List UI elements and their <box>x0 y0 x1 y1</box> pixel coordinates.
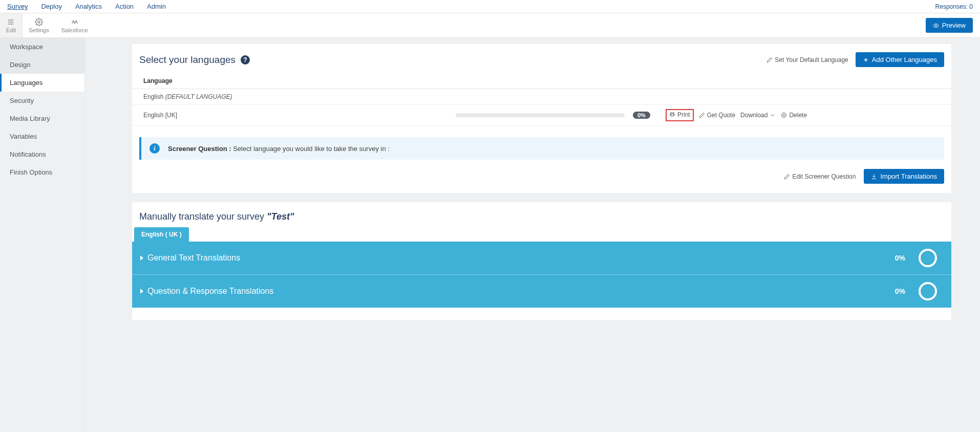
svg-rect-7 <box>671 114 674 116</box>
toolbar-left: Edit Settings Salesforce <box>0 13 94 37</box>
print-icon <box>669 112 675 118</box>
translate-title-prefix: Manually translate your survey <box>139 211 267 222</box>
plus-icon <box>863 57 869 63</box>
top-nav: Survey Deploy Analytics Action Admin Res… <box>0 0 980 13</box>
add-other-languages-button[interactable]: Add Other Languages <box>856 52 944 67</box>
language-default-text: English <box>143 93 163 100</box>
languages-header: Select your languages ? Set Your Default… <box>132 44 951 73</box>
sidebar-item-design[interactable]: Design <box>0 56 84 74</box>
languages-card: Select your languages ? Set Your Default… <box>132 44 951 193</box>
languages-card-footer: Edit Screener Question Import Translatio… <box>132 160 951 193</box>
caret-right-icon <box>140 289 143 294</box>
language-tabstrip: English ( UK ) <box>132 227 951 242</box>
translate-survey-name: "Test" <box>267 211 294 222</box>
svg-point-4 <box>935 25 936 26</box>
add-other-languages-label: Add Other Languages <box>872 56 937 63</box>
chevron-down-icon <box>770 112 776 118</box>
svg-point-3 <box>38 21 40 23</box>
pencil-icon <box>766 57 773 63</box>
set-default-language-label: Set Your Default Language <box>775 56 848 63</box>
accordion-general-title: General Text Translations <box>147 253 240 263</box>
language-default-name: English (DEFAULT LANGUAGE) <box>143 93 456 100</box>
accordion-general-text[interactable]: General Text Translations 0% <box>132 242 951 275</box>
screener-label: Screener Question : <box>168 145 231 153</box>
caret-right-icon <box>140 255 143 261</box>
languages-title-text: Select your languages <box>139 54 236 66</box>
language-default-row: English (DEFAULT LANGUAGE) <box>132 89 951 105</box>
preview-button[interactable]: Preview <box>926 18 973 33</box>
translate-title: Manually translate your survey "Test" <box>132 202 951 227</box>
print-highlight-box: Print <box>666 109 694 121</box>
layout: Workspace Design Languages Security Medi… <box>0 38 980 432</box>
import-translations-label: Import Translations <box>880 172 937 180</box>
sidebar-item-workspace[interactable]: Workspace <box>0 38 84 56</box>
delete-label: Delete <box>789 112 807 119</box>
toolbar: Edit Settings Salesforce Preview <box>0 13 980 38</box>
accordion-general-right: 0% <box>895 249 937 267</box>
toolbar-salesforce-label: Salesforce <box>61 27 88 33</box>
language-column-header: Language <box>132 73 951 89</box>
toolbar-salesforce[interactable]: Salesforce <box>55 13 94 37</box>
screener-info-banner: i Screener Question : Select language yo… <box>139 137 944 160</box>
help-icon[interactable]: ? <box>241 55 250 64</box>
nav-deploy[interactable]: Deploy <box>41 2 61 11</box>
pencil-icon <box>784 174 790 180</box>
language-default-badge: (DEFAULT LANGUAGE) <box>165 93 232 100</box>
print-label: Print <box>677 111 690 118</box>
toolbar-settings[interactable]: Settings <box>23 13 55 37</box>
toolbar-edit[interactable]: Edit <box>0 13 23 37</box>
print-link[interactable]: Print <box>669 111 690 118</box>
sidebar-item-languages[interactable]: Languages <box>0 74 84 92</box>
sidebar-item-security[interactable]: Security <box>0 92 84 110</box>
progress-ring-icon <box>919 249 937 267</box>
gear-icon <box>34 18 44 26</box>
sidebar-item-notifications[interactable]: Notifications <box>0 145 84 163</box>
delete-link[interactable]: Delete <box>781 112 807 119</box>
languages-title: Select your languages ? <box>139 54 250 66</box>
language-tab-english-uk[interactable]: English ( UK ) <box>134 227 189 242</box>
import-translations-button[interactable]: Import Translations <box>864 169 944 184</box>
nav-admin[interactable]: Admin <box>147 2 166 11</box>
languages-actions: Set Your Default Language Add Other Lang… <box>766 52 944 67</box>
main-content: Select your languages ? Set Your Default… <box>85 38 980 432</box>
edit-icon <box>6 18 15 26</box>
nav-analytics[interactable]: Analytics <box>75 2 102 11</box>
nav-survey[interactable]: Survey <box>7 2 28 11</box>
download-link[interactable]: Download <box>740 112 776 119</box>
language-row-progress: 0% <box>456 112 666 119</box>
get-quote-label: Get Quote <box>707 112 735 119</box>
language-row-actions: Print Get Quote Download <box>666 109 940 121</box>
preview-label: Preview <box>942 21 966 29</box>
screener-text-wrap: Screener Question : Select language you … <box>168 145 390 153</box>
responses-count[interactable]: Responses: 0 <box>935 3 973 10</box>
accordion-qr-percent: 0% <box>895 287 905 295</box>
nav-action[interactable]: Action <box>115 2 134 11</box>
language-table: Language English (DEFAULT LANGUAGE) Engl… <box>132 73 951 126</box>
progress-percent: 0% <box>633 112 650 119</box>
info-icon: i <box>150 143 160 154</box>
toolbar-settings-label: Settings <box>29 27 49 33</box>
top-nav-tabs: Survey Deploy Analytics Action Admin <box>7 2 166 11</box>
accordion-qr-title: Question & Response Translations <box>147 287 273 296</box>
sidebar-item-finish-options[interactable]: Finish Options <box>0 163 84 181</box>
language-row: English [UK] 0% Print <box>132 105 951 126</box>
progress-bar <box>456 113 625 117</box>
download-label: Download <box>740 112 768 119</box>
sidebar: Workspace Design Languages Security Medi… <box>0 38 85 432</box>
accordion-qr-right: 0% <box>895 282 937 300</box>
accordion-general-percent: 0% <box>895 254 905 262</box>
language-row-name: English [UK] <box>143 112 456 119</box>
edit-screener-link[interactable]: Edit Screener Question <box>784 173 856 180</box>
translate-card: Manually translate your survey "Test" En… <box>132 202 951 320</box>
accordion-question-response[interactable]: Question & Response Translations 0% <box>132 275 951 308</box>
accordion-general-left: General Text Translations <box>140 253 240 263</box>
progress-ring-icon <box>919 282 937 300</box>
sidebar-item-variables[interactable]: Variables <box>0 127 84 145</box>
pencil-icon <box>699 112 705 118</box>
set-default-language-link[interactable]: Set Your Default Language <box>766 56 848 63</box>
get-quote-link[interactable]: Get Quote <box>699 112 735 119</box>
edit-screener-label: Edit Screener Question <box>792 173 856 180</box>
eye-icon <box>933 23 939 29</box>
salesforce-icon <box>70 18 79 26</box>
sidebar-item-media-library[interactable]: Media Library <box>0 110 84 127</box>
